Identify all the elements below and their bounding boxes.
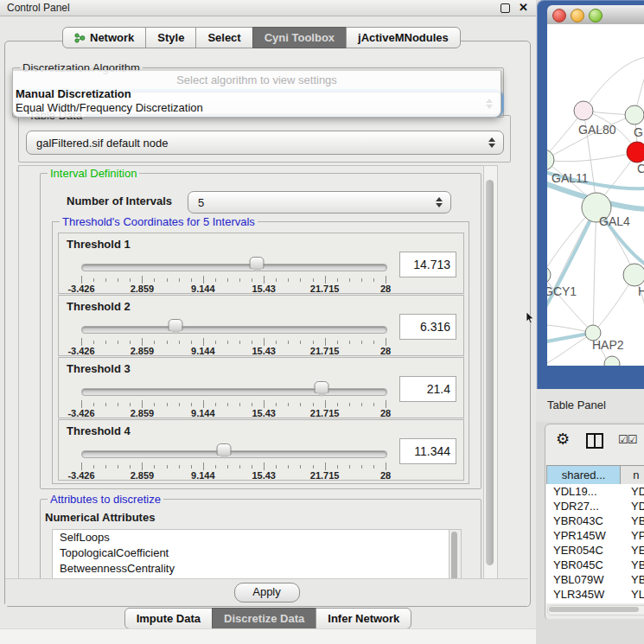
algorithm-popup-options: Manual DiscretizationEqual Width/Frequen… (15, 87, 499, 115)
attributes-scrollbar[interactable] (449, 529, 462, 580)
node-label: HAP2 (592, 338, 624, 352)
control-panel-window: Control Panel ✕ Network Style Select Cyn… (0, 0, 536, 644)
attribute-item[interactable]: BetweennessCentrality (53, 561, 450, 577)
tick-label: 2.859 (131, 470, 155, 481)
node-gal80[interactable] (574, 101, 593, 120)
tab-label: Network (90, 28, 134, 48)
algorithm-option[interactable]: Manual Discretization (15, 87, 499, 101)
control-panel-titlebar: Control Panel ✕ (0, 0, 536, 16)
table-row[interactable]: YIL052CYIL0 (546, 602, 644, 603)
tick-label: 21.715 (310, 470, 340, 481)
table-header-row: shared... n (546, 465, 644, 484)
slider-handle[interactable] (169, 319, 183, 331)
threshold-1-value-field[interactable] (399, 252, 456, 277)
numerical-attributes-list[interactable]: SelfLoopsTopologicalCoefficientBetweenne… (52, 529, 450, 580)
table-data-group: Table Data galFiltered.sif default node (18, 115, 511, 163)
slider-tick-labels: -3.4262.8599.14415.4321.71528 (81, 470, 386, 481)
tab-style[interactable]: Style (145, 27, 196, 48)
window-title: Control Panel (7, 2, 70, 14)
table-row[interactable]: YLR345WYLR3 (546, 587, 644, 602)
attribute-item[interactable]: SelfLoops (53, 530, 450, 545)
threshold-label: Threshold 1 (67, 238, 131, 251)
slider-handle[interactable] (217, 443, 232, 456)
slider-ticks (81, 338, 386, 346)
group-title: Threshold's Coordinates for 5 Intervals (60, 215, 258, 228)
slider-handle[interactable] (250, 257, 265, 269)
node-label: C (637, 162, 644, 175)
network-graph: GAL80 G GAL11 C GAL4 GCY1 H HAP2 (547, 24, 644, 366)
threshold-label: Threshold 3 (67, 362, 131, 375)
node-g[interactable] (625, 105, 644, 124)
gear-icon[interactable]: ⚙ (556, 430, 570, 449)
table-data-combobox[interactable]: galFiltered.sif default node (26, 131, 504, 155)
number-of-intervals-combobox[interactable]: 5 (188, 191, 451, 214)
split-columns-icon[interactable] (586, 433, 603, 449)
tick-label: 2.859 (131, 408, 155, 418)
table-horizontal-scrollbar[interactable] (547, 605, 644, 615)
settings-scroll-area: Interval Definition Number of Intervals … (18, 165, 484, 580)
slider-track[interactable] (81, 326, 387, 334)
node-gcy1[interactable] (547, 266, 551, 284)
threshold-3-slider[interactable]: -3.4262.8599.14415.4321.71528 (81, 379, 386, 417)
node-h[interactable] (623, 264, 644, 286)
slider-track[interactable] (81, 388, 387, 396)
slider-ticks (81, 400, 386, 408)
tab-infer-network[interactable]: Infer Network (316, 608, 411, 629)
tick-label: 2.859 (131, 284, 155, 294)
slider-handle[interactable] (315, 381, 329, 393)
tab-network[interactable]: Network (62, 27, 146, 48)
right-panel: GAL80 G GAL11 C GAL4 GCY1 H HAP2 Table P… (536, 0, 644, 644)
table-row[interactable]: YER054CYER0 (546, 543, 644, 558)
threshold-4-value-field[interactable] (399, 438, 456, 464)
tab-cyni-toolbox[interactable]: Cyni Toolbox (252, 27, 347, 48)
scrollbar-thumb[interactable] (486, 180, 494, 565)
tab-discretize-data[interactable]: Discretize Data (212, 608, 316, 629)
threshold-2-value-field[interactable] (399, 314, 456, 340)
attribute-item[interactable]: TopologicalCoefficient (53, 545, 450, 561)
node-partial[interactable] (604, 356, 620, 366)
column-header-shared-name[interactable]: shared... (546, 465, 621, 486)
table-row[interactable]: YBR043CYBR0 (546, 513, 644, 528)
tick-label: 9.144 (191, 346, 215, 356)
node-red-selected[interactable] (627, 142, 644, 163)
mac-close-button[interactable] (552, 9, 566, 22)
scrollbar-thumb[interactable] (451, 532, 457, 580)
close-icon[interactable]: ✕ (519, 1, 528, 15)
threshold-2-slider[interactable]: -3.4262.8599.14415.4321.71528 (81, 316, 386, 354)
mac-zoom-button[interactable] (589, 9, 603, 22)
network-canvas[interactable]: GAL80 G GAL11 C GAL4 GCY1 H HAP2 (547, 24, 644, 366)
node-label: GAL80 (578, 123, 616, 137)
table-row[interactable]: YBL079WYBL0 (546, 572, 644, 587)
slider-track[interactable] (81, 264, 387, 271)
table-row[interactable]: YDL19...YDL1 (546, 484, 644, 499)
threshold-1-slider[interactable]: -3.4262.8599.14415.4321.71528 (81, 254, 386, 292)
threshold-2-panel: Threshold 2 -3.4262.8599.14415.4321.7152… (58, 295, 464, 356)
tick-label: -3.426 (67, 284, 94, 294)
tick-label: 15.43 (252, 284, 276, 294)
apply-button[interactable]: Apply (234, 583, 300, 603)
threshold-4-panel: Threshold 4 -3.4262.8599.14415.4321.7152… (58, 419, 464, 481)
checkbox-icon: ☑ (618, 433, 628, 446)
tab-jactivemnodules[interactable]: jActiveMNodules (346, 27, 461, 48)
tab-select[interactable]: Select (195, 27, 252, 48)
table-row[interactable]: YBR045CYBR0 (546, 558, 644, 572)
table-row[interactable]: YPR145WYPR1 (546, 528, 644, 543)
tab-impute-data[interactable]: Impute Data (124, 608, 213, 629)
column-header-name[interactable]: n (621, 465, 644, 486)
threshold-3-value-field[interactable] (399, 376, 456, 402)
algorithm-option[interactable]: Equal Width/Frequency Discretization (15, 101, 499, 115)
table-row[interactable]: YDR27...YDR2 (546, 499, 644, 513)
float-window-icon[interactable] (501, 3, 510, 13)
tick-label: 28 (380, 284, 391, 294)
settings-vertical-scrollbar[interactable] (483, 165, 498, 580)
scrollbar-thumb[interactable] (549, 607, 639, 612)
node-label: GAL11 (552, 171, 589, 185)
mac-minimize-button[interactable] (571, 9, 584, 22)
tick-label: 9.144 (191, 284, 215, 294)
select-columns-icons[interactable]: ☑☑ (618, 433, 636, 446)
top-tab-bar: Network Style Select Cyni Toolbox jActiv… (62, 27, 461, 48)
tab-label: Impute Data (137, 609, 201, 628)
slider-track[interactable] (81, 450, 387, 458)
threshold-4-slider[interactable]: -3.4262.8599.14415.4321.71528 (81, 441, 386, 479)
combo-value: 5 (198, 196, 204, 209)
